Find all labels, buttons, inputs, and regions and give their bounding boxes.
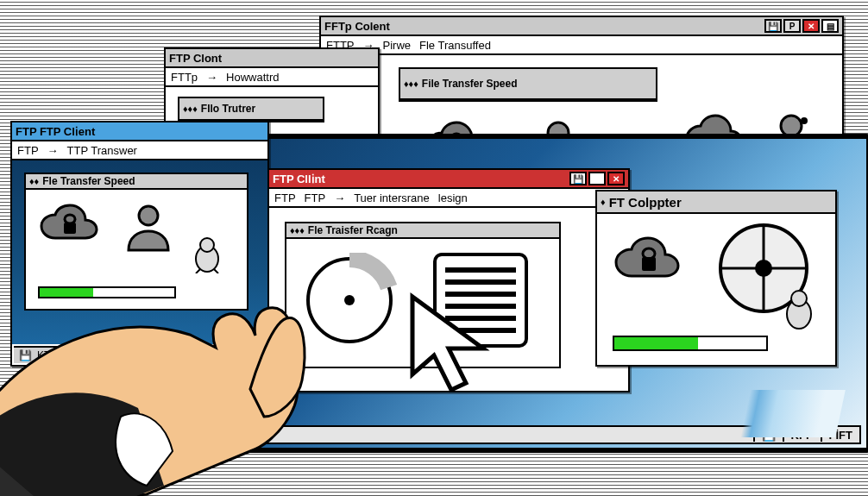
svg-point-10	[200, 238, 214, 252]
menu-item[interactable]: Fle Transuffed	[419, 39, 491, 52]
status-item: KTP	[37, 349, 57, 361]
panel-header: ♦♦♦ FIlo Trutrer	[179, 98, 323, 121]
menu-item[interactable]: Tuer intersrane	[354, 191, 430, 204]
panel-header: ♦♦♦ File Transfer Speed	[400, 69, 656, 100]
diamond-icon: ♦♦♦	[290, 225, 305, 235]
panel-file-transfer: ♦♦♦ FIlo Trutrer	[178, 97, 324, 122]
status-disk-icon: 💾	[753, 429, 776, 442]
menu-item[interactable]: lesign	[438, 191, 468, 204]
window-controls: 💾 P ✕ ▤	[764, 19, 839, 33]
titlebar[interactable]: FTP FTP Cli̇ent	[12, 122, 267, 141]
window-title: FTP Clont	[169, 52, 374, 65]
user-icon	[121, 202, 176, 255]
panel-title: Fle Traisfer Rcagn	[308, 224, 398, 236]
cloud-lock-icon	[38, 202, 107, 255]
svg-marker-29	[412, 297, 483, 390]
menu-item[interactable]: FTP	[305, 191, 326, 204]
diamond-icon: ♦♦♦	[404, 78, 418, 89]
extra-button[interactable]: ▤	[821, 19, 839, 33]
arrow-icon: →	[206, 71, 217, 84]
panel-transfer-speed: ♦♦♦ File Transfer Speed	[399, 67, 657, 102]
status-mid: KFP	[783, 429, 814, 442]
panel-header: ♦♦♦ Fle Traisfer Rcagn	[286, 223, 559, 239]
status-right: FİFT	[821, 429, 852, 442]
titlebar[interactable]: FFTp Colent 💾 P ✕ ▤	[321, 17, 842, 36]
window-title: FTP Clli̇nt	[273, 173, 569, 185]
panel-title: File Transfer Speed	[422, 78, 518, 90]
status-bar: 💾 KFP FİFT	[226, 425, 861, 444]
cloud-lock-icon	[613, 233, 690, 295]
menubar[interactable]: FTTp → Howwattrd	[166, 68, 378, 87]
minimize-button[interactable]: P	[588, 172, 606, 185]
grip-icon	[243, 350, 261, 361]
panel-header: ♦ FT Colppter	[597, 191, 835, 214]
titlebar[interactable]: FTP Clont	[166, 49, 378, 68]
menubar[interactable]: FTTP → Pirwe Fle Transuffed	[321, 36, 842, 55]
save-icon[interactable]: 💾	[569, 172, 587, 185]
minimize-button[interactable]: P	[783, 19, 801, 33]
panel-transfer-speed: ♦♦ Fle Transfer Speed	[24, 173, 248, 311]
progress-bar	[38, 286, 176, 298]
cursor-arrow-icon	[404, 288, 507, 418]
cartoon-figure-icon	[780, 288, 819, 331]
menu-item[interactable]: Pirwe	[383, 39, 412, 52]
svg-point-5	[801, 117, 808, 124]
window-body: ♦♦ Fle Transfer Speed	[12, 160, 267, 344]
close-button[interactable]: ✕	[802, 19, 820, 33]
titlebar[interactable]: FTP Clli̇nt 💾 P ✕	[269, 170, 628, 189]
svg-point-8	[139, 206, 158, 225]
window-title: FTP FTP Cli̇ent	[16, 125, 264, 138]
window-title: FFTp Colent	[324, 20, 764, 33]
arrow-icon: →	[47, 144, 59, 157]
menubar[interactable]: FTP → TTP Transwer	[12, 141, 267, 160]
menu-item[interactable]: TTP Transwer	[67, 144, 137, 157]
status-box	[226, 350, 238, 361]
panel-title: FIlo Trutrer	[201, 103, 255, 115]
window-ftp-left: FTP FTP Cli̇ent FTP → TTP Transwer ♦♦ Fl…	[10, 121, 269, 367]
close-button[interactable]: ✕	[607, 172, 625, 185]
menu-item[interactable]: FTP	[274, 191, 296, 204]
menu-item[interactable]: Howwattrd	[226, 71, 279, 84]
window-statusbar: 💾 KTP	[14, 346, 266, 363]
diamond-icon: ♦♦	[29, 176, 39, 186]
menu-item[interactable]: FTTp	[171, 71, 198, 84]
menu-item[interactable]: FTP	[17, 144, 39, 157]
save-icon[interactable]: 💾	[764, 19, 782, 33]
svg-point-28	[791, 291, 807, 306]
progress-fill	[40, 288, 93, 297]
progress-bar	[613, 336, 768, 351]
status-disk-icon: 💾	[19, 349, 32, 361]
progress-fill	[614, 337, 698, 349]
diamond-icon: ♦	[601, 197, 606, 207]
menubar[interactable]: FTP FTP → Tuer intersrane lesign	[269, 189, 628, 208]
panel-header: ♦♦ Fle Transfer Speed	[26, 174, 247, 190]
window-ftp-right: ♦ FT Colppter	[595, 190, 837, 367]
arrow-icon: →	[334, 191, 345, 204]
cartoon-figure-icon	[190, 235, 224, 273]
panel-title: FT Colppter	[609, 195, 682, 210]
panel-title: Fle Transfer Speed	[42, 175, 135, 187]
diamond-icon: ♦♦♦	[183, 104, 198, 114]
svg-point-13	[344, 295, 355, 305]
gauge-icon	[302, 253, 397, 348]
